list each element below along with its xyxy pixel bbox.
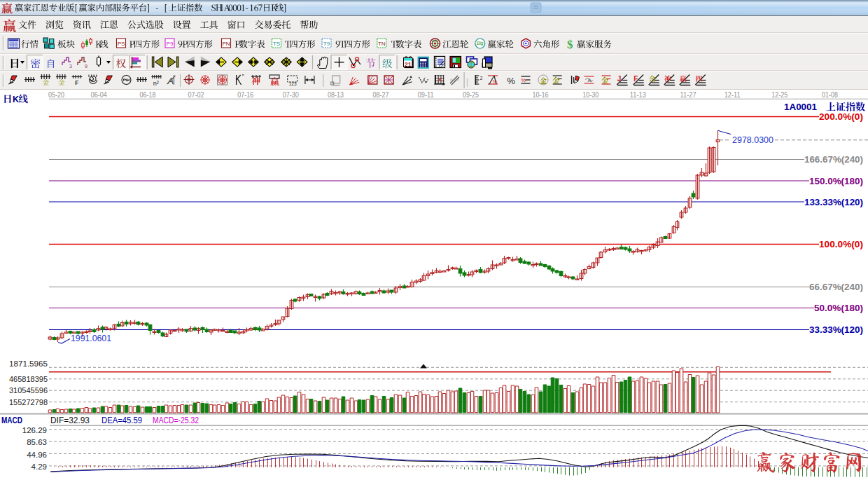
svg-text:123: 123	[289, 81, 297, 86]
svg-text:01-08: 01-08	[822, 90, 838, 99]
svg-text:10-16: 10-16	[532, 90, 548, 99]
svg-text:11-13: 11-13	[630, 90, 646, 99]
svg-text:133.33%(120): 133.33%(120)	[804, 198, 863, 207]
svg-text:4.29: 4.29	[31, 462, 47, 471]
svg-text:1A0001: 1A0001	[784, 102, 817, 112]
svg-text:MACD=-25.32: MACD=-25.32	[153, 416, 199, 425]
svg-text:21: 21	[405, 61, 412, 68]
svg-text:n²: n²	[153, 80, 159, 87]
svg-text:08-13: 08-13	[328, 90, 344, 99]
svg-text:P9: P9	[167, 41, 174, 47]
svg-text:66.67%(240): 66.67%(240)	[809, 282, 863, 292]
svg-text:155272798: 155272798	[9, 398, 48, 406]
svg-text:06-04: 06-04	[91, 90, 107, 99]
svg-text:%: %	[493, 78, 498, 85]
svg-text:06-18: 06-18	[140, 90, 156, 99]
svg-text:Big: Big	[477, 41, 484, 46]
svg-text:PS: PS	[118, 41, 125, 47]
svg-text:DIF=32.93: DIF=32.93	[50, 416, 90, 425]
svg-text:07-16: 07-16	[237, 90, 253, 99]
svg-text:F: F	[75, 80, 78, 87]
svg-text:44.96: 44.96	[27, 451, 47, 459]
svg-text:100.0%(0): 100.0%(0)	[819, 240, 863, 249]
svg-text:9: 9	[85, 64, 88, 69]
svg-text:465818395: 465818395	[9, 375, 48, 383]
svg-text:2978.0300: 2978.0300	[732, 135, 774, 145]
svg-text:08-27: 08-27	[372, 90, 388, 99]
svg-text:09-25: 09-25	[463, 90, 479, 99]
svg-text:09-11: 09-11	[418, 90, 434, 99]
svg-text:11-27: 11-27	[680, 90, 696, 99]
svg-text:07-30: 07-30	[283, 90, 299, 99]
svg-text:10-30: 10-30	[582, 90, 598, 99]
svg-text:F: F	[634, 75, 638, 83]
svg-text:50.0%(180): 50.0%(180)	[814, 303, 863, 313]
svg-text:K: K	[13, 95, 19, 104]
svg-text:$: $	[567, 38, 573, 51]
svg-text:A: A	[588, 77, 592, 83]
svg-text:%: %	[521, 77, 526, 83]
svg-text:T9: T9	[323, 41, 330, 47]
svg-text:12-11: 12-11	[724, 90, 741, 99]
svg-text:1871.5965: 1871.5965	[9, 359, 48, 368]
svg-text:85.63: 85.63	[27, 438, 47, 446]
svg-text:%: %	[507, 76, 515, 86]
svg-text:200.0%(0): 200.0%(0)	[819, 112, 863, 122]
svg-text:DEA=45.59: DEA=45.59	[102, 416, 142, 425]
svg-text:150.0%(180): 150.0%(180)	[809, 177, 863, 186]
svg-text:126.29: 126.29	[22, 426, 47, 434]
svg-text:12-25: 12-25	[771, 90, 788, 99]
svg-text:1991.0601: 1991.0601	[71, 333, 111, 343]
svg-text:33.33%(120): 33.33%(120)	[809, 325, 863, 335]
svg-text:TN: TN	[378, 41, 386, 47]
svg-text:310545596: 310545596	[9, 386, 48, 395]
svg-text:TS: TS	[273, 41, 280, 47]
svg-text:MACD: MACD	[1, 415, 22, 425]
svg-text:166.67%(240): 166.67%(240)	[804, 155, 863, 165]
svg-text:07-02: 07-02	[188, 90, 204, 99]
svg-text:3: 3	[69, 64, 72, 69]
svg-text:J: J	[617, 75, 622, 83]
svg-text:2: 2	[480, 76, 483, 81]
svg-text:05-20: 05-20	[48, 90, 64, 99]
svg-text:PN: PN	[222, 41, 230, 47]
